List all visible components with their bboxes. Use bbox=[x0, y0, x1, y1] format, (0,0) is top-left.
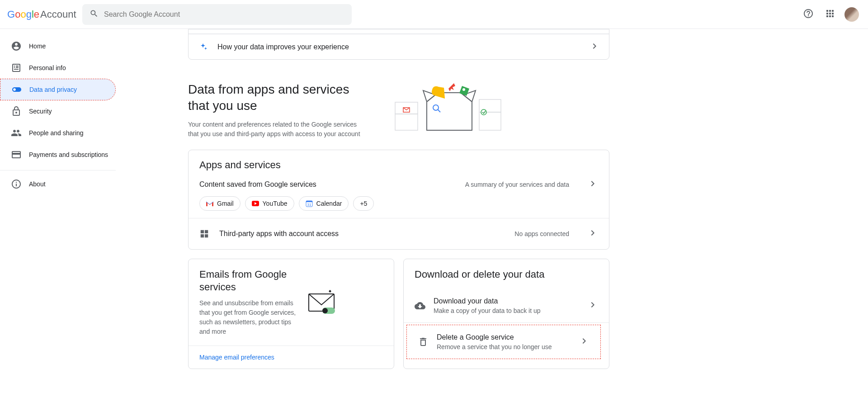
third-party-desc: No apps connected bbox=[514, 230, 569, 237]
sidebar-item-home[interactable]: Home bbox=[0, 35, 116, 57]
logo-account-text: Account bbox=[40, 9, 76, 20]
help-icon bbox=[803, 8, 814, 21]
main-content: How your data improves your experience D… bbox=[177, 29, 620, 387]
experience-row[interactable]: How your data improves your experience bbox=[189, 34, 609, 59]
content-saved-row[interactable]: Content saved from Google services A sum… bbox=[199, 178, 598, 191]
svg-rect-4 bbox=[479, 99, 501, 112]
svg-text:31: 31 bbox=[307, 203, 311, 207]
apps-grid-icon bbox=[825, 8, 835, 21]
toggle-icon bbox=[11, 84, 22, 95]
google-logo: Google bbox=[7, 9, 39, 20]
download-desc: Make a copy of your data to back it up bbox=[434, 307, 541, 314]
search-icon bbox=[90, 9, 104, 20]
experience-label: How your data improves your experience bbox=[217, 43, 349, 51]
logo[interactable]: Google Account bbox=[7, 9, 82, 20]
gmail-icon bbox=[206, 200, 213, 207]
chip-youtube[interactable]: YouTube bbox=[245, 196, 294, 211]
sidebar-item-label: People and sharing bbox=[29, 129, 84, 137]
download-data-row[interactable]: Download your data Make a copy of your d… bbox=[404, 289, 609, 322]
emails-desc: See and unsubscribe from emails that you… bbox=[199, 298, 299, 336]
header-right bbox=[799, 5, 861, 24]
sparkle-icon bbox=[198, 43, 208, 52]
people-icon bbox=[11, 128, 22, 138]
emails-card: Emails from Google services See and unsu… bbox=[188, 259, 394, 369]
svg-rect-0 bbox=[395, 114, 418, 130]
calendar-icon: 31 bbox=[306, 200, 313, 207]
content-saved-desc: A summary of your services and data bbox=[465, 181, 569, 188]
sidebar: Home Personal info Data and privacy Secu… bbox=[0, 29, 127, 387]
svg-rect-11 bbox=[306, 201, 312, 202]
svg-point-15 bbox=[322, 308, 328, 313]
download-label: Download your data bbox=[434, 297, 541, 305]
section-header: Data from apps and services that you use… bbox=[188, 81, 609, 139]
envelope-illustration bbox=[306, 289, 338, 316]
account-avatar-button[interactable] bbox=[843, 5, 861, 24]
chevron-right-icon bbox=[579, 336, 590, 348]
section-title: Data from apps and services that you use bbox=[188, 81, 369, 114]
chevron-right-icon bbox=[587, 227, 598, 240]
lock-icon bbox=[11, 106, 22, 117]
info-icon bbox=[11, 179, 22, 189]
apps-services-title: Apps and services bbox=[199, 159, 598, 171]
chevron-right-icon bbox=[587, 178, 598, 191]
service-chips: Gmail YouTube 31 Calendar +5 bbox=[199, 196, 598, 211]
section-illustration bbox=[391, 81, 508, 136]
two-column-row: Emails from Google services See and unsu… bbox=[188, 259, 609, 369]
chip-label: Calendar bbox=[316, 200, 342, 207]
header: Google Account bbox=[0, 0, 868, 29]
experience-card: How your data improves your experience bbox=[188, 29, 609, 60]
sidebar-item-label: Payments and subscriptions bbox=[29, 151, 108, 158]
sidebar-item-payments[interactable]: Payments and subscriptions bbox=[0, 144, 116, 166]
chevron-right-icon bbox=[587, 299, 598, 312]
cloud-download-icon bbox=[415, 300, 425, 311]
sidebar-item-label: About bbox=[29, 180, 46, 188]
sidebar-item-label: Home bbox=[29, 43, 46, 50]
sidebar-item-people-sharing[interactable]: People and sharing bbox=[0, 122, 116, 144]
third-party-label: Third-party apps with account access bbox=[219, 230, 339, 238]
chip-more[interactable]: +5 bbox=[353, 196, 374, 211]
third-party-row[interactable]: Third-party apps with account access No … bbox=[189, 218, 609, 249]
content-saved-label: Content saved from Google services bbox=[199, 180, 316, 189]
delete-desc: Remove a service that you no longer use bbox=[437, 343, 552, 350]
credit-card-icon bbox=[11, 149, 22, 160]
divider bbox=[0, 170, 116, 170]
sidebar-item-label: Security bbox=[29, 108, 52, 115]
search-input[interactable] bbox=[104, 10, 344, 19]
person-circle-icon bbox=[11, 41, 22, 52]
chip-calendar[interactable]: 31 Calendar bbox=[299, 196, 349, 211]
apps-services-card: Apps and services Content saved from Goo… bbox=[188, 150, 609, 250]
sidebar-item-label: Data and privacy bbox=[29, 86, 77, 93]
apps-button[interactable] bbox=[821, 5, 839, 24]
youtube-icon bbox=[252, 200, 259, 207]
sidebar-item-about[interactable]: About bbox=[0, 173, 116, 195]
sidebar-item-label: Personal info bbox=[29, 64, 66, 71]
avatar bbox=[844, 7, 859, 22]
delete-service-row[interactable]: Delete a Google service Remove a service… bbox=[406, 325, 601, 359]
chip-label: +5 bbox=[360, 200, 367, 207]
sidebar-item-data-privacy[interactable]: Data and privacy bbox=[0, 79, 116, 100]
trash-icon bbox=[418, 336, 429, 347]
sidebar-item-security[interactable]: Security bbox=[0, 100, 116, 122]
manage-email-link[interactable]: Manage email preferences bbox=[199, 354, 274, 361]
search-box[interactable] bbox=[82, 4, 352, 25]
section-desc: Your content and preferences related to … bbox=[188, 120, 369, 139]
chip-gmail[interactable]: Gmail bbox=[199, 196, 241, 211]
sidebar-item-personal-info[interactable]: Personal info bbox=[0, 57, 116, 79]
emails-title: Emails from Google services bbox=[199, 268, 294, 294]
id-card-icon bbox=[11, 62, 22, 73]
svg-point-8 bbox=[462, 88, 465, 91]
chip-label: YouTube bbox=[263, 200, 288, 207]
chip-label: Gmail bbox=[217, 200, 234, 207]
help-button[interactable] bbox=[799, 5, 817, 24]
grid-icon bbox=[199, 229, 210, 239]
download-delete-card: Download or delete your data Download yo… bbox=[403, 259, 609, 369]
chevron-right-icon bbox=[589, 41, 600, 53]
download-delete-title: Download or delete your data bbox=[415, 268, 598, 281]
delete-label: Delete a Google service bbox=[437, 333, 552, 341]
